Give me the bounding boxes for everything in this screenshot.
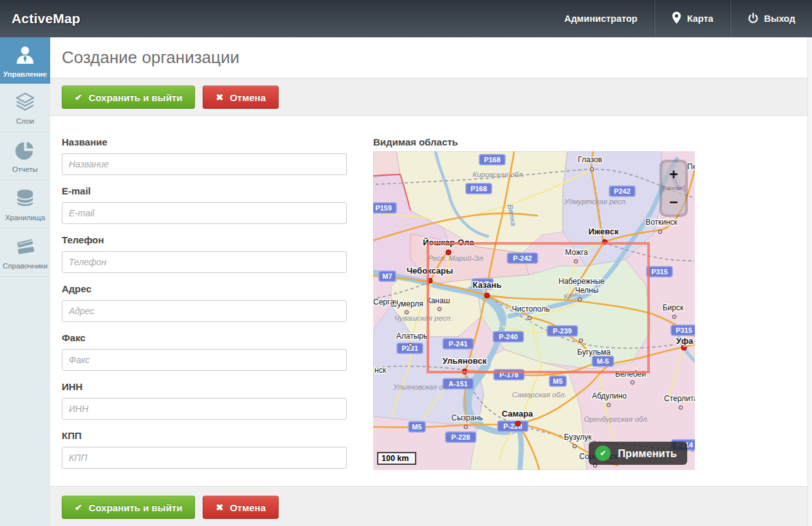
city-label: Самара	[502, 409, 533, 418]
town-dot	[574, 259, 578, 263]
zoom-out-button[interactable]: −	[662, 190, 685, 214]
apply-button[interactable]: ✔ Применить	[589, 442, 687, 465]
town-dot	[607, 403, 611, 407]
cancel-button-label: Отмена	[230, 502, 266, 513]
apply-check-icon: ✔	[595, 446, 611, 461]
form-field-fax: Факс	[62, 332, 347, 371]
title-bar: Создание организации	[50, 37, 812, 79]
sidebar-item-label: Отчеты	[12, 165, 38, 173]
town-dot	[528, 316, 531, 320]
town-dot	[579, 339, 583, 343]
form-field-phone: Телефон	[62, 234, 347, 273]
city-dot	[681, 345, 687, 350]
road-badge-label: А-151	[448, 380, 468, 388]
field-input-kpp[interactable]	[62, 447, 347, 469]
save-button-label: Сохранить и выйти	[89, 92, 183, 103]
form-field-email: E-mail	[62, 185, 347, 224]
visible-area-label: Видимая область	[373, 136, 458, 147]
road-badge-label: Р315	[651, 268, 668, 276]
logout-button[interactable]: Выход	[731, 0, 812, 37]
city-label: Сергач	[373, 297, 398, 306]
city-label: Стерлита	[664, 394, 695, 403]
zoom-in-button[interactable]: +	[662, 162, 685, 187]
cancel-button[interactable]: ✖ Отмена	[203, 86, 279, 109]
road-badge-label: М5	[412, 423, 421, 431]
save-button-bottom[interactable]: ✔ Сохранить и выйти	[62, 496, 195, 519]
town-dot	[590, 167, 594, 171]
city-label: Ижевск	[588, 227, 619, 236]
region-label: Чувашская респ.	[394, 314, 452, 322]
map-canvas: Кировская обл.Удмуртская респ.Респ. Мари…	[373, 151, 695, 470]
cross-icon: ✖	[216, 502, 223, 512]
road-badge-label: Р159	[375, 204, 392, 212]
map-zoom-control: + −	[660, 160, 688, 217]
sidebar-item-label: Хранилища	[5, 214, 45, 221]
field-input-inn[interactable]	[62, 398, 347, 420]
road-badge-label: М-5	[597, 357, 609, 365]
town-dot	[672, 315, 676, 319]
sidebar-item-directories[interactable]: Справочники	[0, 229, 50, 277]
sidebar-item-reports[interactable]: Отчеты	[0, 132, 50, 180]
check-icon: ✔	[75, 92, 82, 102]
user-menu[interactable]: Администратор	[548, 0, 654, 37]
road-badge-label: Р242	[614, 187, 631, 195]
region-label: Респ. Марий-Эл	[428, 254, 483, 262]
sidebar-item-management[interactable]: Управление	[0, 37, 50, 84]
database-icon	[14, 187, 37, 211]
city-label: Алатырь	[396, 332, 427, 341]
check-icon: ✔	[75, 502, 82, 512]
save-button[interactable]: ✔ Сохранить и выйти	[62, 86, 195, 109]
town-dot	[573, 444, 577, 448]
road-badge-label: Р-242	[513, 254, 531, 262]
city-label: Пе	[687, 162, 695, 171]
road-badge-label: Р168	[470, 185, 487, 193]
region-label: Кировская обл.	[473, 171, 525, 178]
town-dot	[658, 230, 662, 234]
sidebar-item-label: Справочники	[3, 262, 48, 270]
field-input-address[interactable]	[62, 300, 347, 322]
town-dot	[578, 297, 582, 301]
road-badge-label: М7	[382, 272, 392, 280]
sidebar: Управление Слои Отчеты	[0, 37, 50, 526]
organization-form: НазваниеE-mailТелефонАдресФаксИННКПП Вид…	[50, 116, 812, 486]
city-label: Бирск	[663, 303, 684, 312]
city-label: Челны	[575, 286, 599, 295]
field-label-inn: ИНН	[62, 381, 347, 392]
topbar-right: Администратор Карта	[548, 0, 812, 37]
field-input-name[interactable]	[62, 153, 347, 175]
city-label: Абдулино	[592, 391, 627, 400]
city-label: Набережные	[558, 277, 605, 286]
field-label-email: E-mail	[62, 185, 347, 196]
city-dot	[446, 250, 451, 255]
toolbar-bottom: ✔ Сохранить и выйти ✖ Отмена	[50, 486, 812, 526]
city-label: Глазов	[578, 155, 602, 164]
city-label: Чебоксары	[407, 266, 453, 276]
scrollbar[interactable]	[807, 37, 812, 526]
form-field-address: Адрес	[62, 283, 347, 322]
main-content: Создание организации ✔ Сохранить и выйти…	[50, 37, 812, 526]
field-input-fax[interactable]	[62, 349, 347, 371]
city-label: Уфа	[676, 336, 694, 346]
field-input-email[interactable]	[62, 202, 347, 224]
field-label-kpp: КПП	[62, 430, 347, 441]
user-icon	[14, 44, 37, 67]
power-icon	[748, 12, 759, 26]
city-label: Бугульма	[577, 348, 611, 357]
city-label: Чистополь	[512, 305, 550, 314]
cancel-button-bottom[interactable]: ✖ Отмена	[203, 496, 279, 519]
form-fields: НазваниеE-mailТелефонАдресФаксИННКПП	[62, 136, 347, 479]
town-dot	[464, 425, 468, 429]
books-icon	[14, 236, 37, 259]
apply-button-label: Применить	[618, 447, 677, 460]
road-badge-label: Р-228	[451, 433, 470, 441]
sidebar-item-layers[interactable]: Слои	[0, 84, 50, 132]
sidebar-item-storages[interactable]: Хранилища	[0, 180, 50, 229]
city-label: нск	[374, 366, 387, 375]
form-field-name: Название	[62, 136, 347, 175]
pie-chart-icon	[14, 139, 37, 162]
visible-area-map[interactable]: Кировская обл.Удмуртская респ.Респ. Мари…	[373, 151, 695, 470]
map-link[interactable]: Карта	[655, 0, 730, 37]
sidebar-item-label: Управление	[3, 70, 47, 78]
field-input-phone[interactable]	[62, 251, 347, 273]
field-label-fax: Факс	[62, 332, 347, 343]
